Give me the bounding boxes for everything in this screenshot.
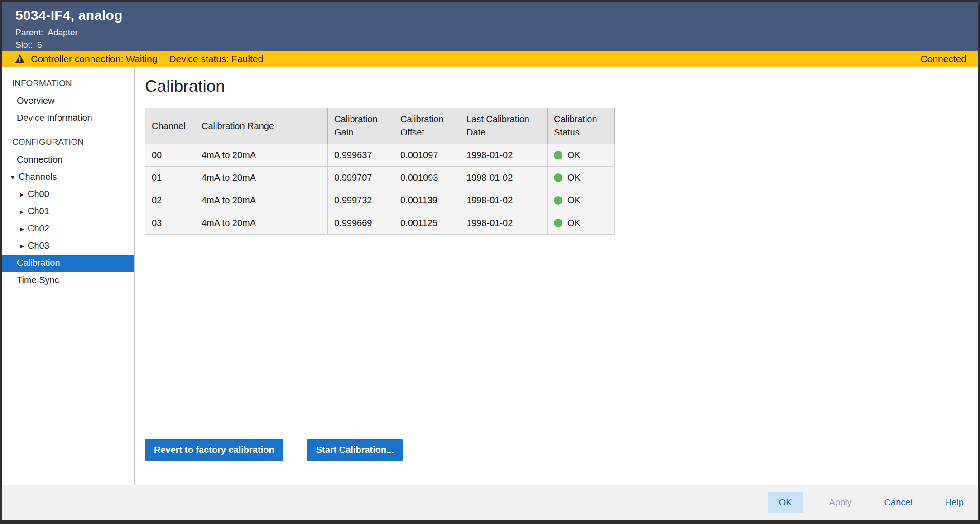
column-header-calibration-range: Calibration Range	[195, 108, 328, 144]
sidebar-gap	[2, 127, 134, 133]
status-text: OK	[567, 173, 581, 183]
parent-line: Parent:Adapter	[15, 26, 965, 38]
cell-status: OK	[548, 212, 615, 235]
cell-status: OK	[548, 189, 615, 212]
start-calibration-button[interactable]: Start Calibration...	[307, 439, 403, 461]
slot-line: Slot:6	[15, 38, 965, 51]
sidebar-item-label: Channels	[19, 172, 57, 182]
cell-date: 1998-01-02	[460, 189, 548, 212]
sidebar-item-label: Ch01	[28, 206, 49, 216]
sidebar-item-label: Ch00	[28, 189, 49, 199]
sidebar-item-device-information[interactable]: Device Information	[2, 110, 134, 127]
cell-gain: 0.999707	[328, 167, 394, 189]
help-button[interactable]: Help	[939, 492, 970, 513]
column-header-channel: Channel	[145, 108, 195, 144]
cell-status: OK	[548, 167, 615, 189]
cell-channel: 00	[145, 144, 195, 167]
main-content: Calibration Channel Calibration Range Ca…	[135, 67, 978, 485]
column-header-calibration-gain: Calibration Gain	[328, 108, 394, 144]
calibration-actions: Revert to factory calibration Start Cali…	[145, 439, 978, 461]
cell-offset: 0.001097	[394, 144, 460, 167]
cell-range: 4mA to 20mA	[195, 189, 328, 212]
column-header-calibration-status: Calibration Status	[548, 108, 615, 144]
revert-to-factory-calibration-button[interactable]: Revert to factory calibration	[145, 439, 283, 461]
dialog-footer: OK Apply Cancel Help	[2, 485, 978, 520]
table-row: 01 4mA to 20mA 0.999707 0.001093 1998-01…	[145, 167, 615, 189]
cell-channel: 02	[145, 189, 195, 212]
chevron-right-icon: ▸	[20, 190, 28, 199]
connection-state: Connected	[920, 53, 966, 64]
cell-offset: 0.001125	[394, 212, 460, 235]
status-banner: Controller connection: Waiting Device st…	[2, 51, 978, 67]
sidebar-item-ch02[interactable]: ▸Ch02	[2, 220, 134, 237]
body: INFORMATION Overview Device Information …	[2, 67, 978, 485]
cell-offset: 0.001139	[394, 189, 460, 212]
status-text: OK	[567, 195, 581, 206]
column-header-calibration-offset: Calibration Offset	[394, 108, 460, 144]
parent-value: Adapter	[48, 28, 78, 37]
controller-connection-status: Controller connection: Waiting	[31, 53, 157, 64]
table-header-row: Channel Calibration Range Calibration Ga…	[145, 108, 615, 144]
sidebar-section-information: INFORMATION	[2, 74, 134, 92]
table-row: 03 4mA to 20mA 0.999669 0.001125 1998-01…	[145, 212, 615, 235]
status-ok-icon	[554, 196, 562, 205]
status-ok-icon	[554, 173, 562, 182]
sidebar-item-connection[interactable]: Connection	[2, 151, 134, 168]
cell-offset: 0.001093	[394, 167, 460, 189]
sidebar-item-ch03[interactable]: ▸Ch03	[2, 237, 134, 255]
cell-channel: 01	[145, 167, 195, 189]
chevron-right-icon: ▸	[20, 224, 28, 234]
sidebar-item-time-sync[interactable]: Time Sync	[2, 272, 134, 289]
sidebar-item-label: Ch03	[28, 240, 49, 250]
cell-date: 1998-01-02	[460, 144, 548, 167]
cell-gain: 0.999637	[328, 144, 394, 167]
cell-gain: 0.999732	[328, 189, 394, 212]
warning-icon	[14, 54, 25, 64]
cell-date: 1998-01-02	[460, 167, 548, 189]
table-row: 02 4mA to 20mA 0.999732 0.001139 1998-01…	[145, 189, 615, 212]
cell-date: 1998-01-02	[460, 212, 548, 235]
cell-channel: 03	[145, 212, 195, 235]
status-text: OK	[567, 150, 581, 160]
page-title: Calibration	[145, 77, 978, 96]
sidebar-item-ch00[interactable]: ▸Ch00	[2, 186, 134, 203]
sidebar-item-label: Ch02	[28, 223, 49, 233]
cell-range: 4mA to 20mA	[195, 144, 328, 167]
status-ok-icon	[554, 151, 562, 159]
table-row: 00 4mA to 20mA 0.999637 0.001097 1998-01…	[145, 144, 615, 167]
ok-button[interactable]: OK	[768, 492, 803, 513]
sidebar-item-calibration[interactable]: Calibration	[2, 255, 134, 272]
sidebar: INFORMATION Overview Device Information …	[2, 67, 134, 485]
cell-status: OK	[548, 144, 615, 167]
chevron-right-icon: ▸	[20, 207, 28, 216]
slot-label: Slot:	[15, 40, 33, 49]
status-ok-icon	[554, 219, 562, 227]
module-properties-window: 5034-IF4, analog Parent:Adapter Slot:6 C…	[0, 0, 980, 524]
sidebar-item-overview[interactable]: Overview	[2, 92, 134, 110]
sidebar-item-ch01[interactable]: ▸Ch01	[2, 203, 134, 220]
status-text: OK	[567, 218, 581, 228]
column-header-last-calibration-date: Last Calibration Date	[460, 108, 548, 144]
module-title: 5034-IF4, analog	[15, 8, 965, 23]
cell-range: 4mA to 20mA	[195, 167, 328, 189]
apply-button[interactable]: Apply	[823, 492, 858, 513]
cancel-button[interactable]: Cancel	[878, 492, 919, 513]
calibration-table: Channel Calibration Range Calibration Ga…	[145, 108, 615, 235]
sidebar-item-channels[interactable]: ▾Channels	[2, 168, 134, 186]
cell-gain: 0.999669	[328, 212, 394, 235]
slot-value: 6	[37, 40, 42, 49]
parent-label: Parent:	[15, 28, 43, 37]
sidebar-section-configuration: CONFIGURATION	[2, 133, 134, 151]
cell-range: 4mA to 20mA	[195, 212, 328, 235]
device-status: Device status: Faulted	[169, 53, 263, 64]
chevron-right-icon: ▸	[20, 241, 28, 251]
title-header: 5034-IF4, analog Parent:Adapter Slot:6	[2, 2, 978, 51]
chevron-down-icon: ▾	[11, 173, 19, 182]
